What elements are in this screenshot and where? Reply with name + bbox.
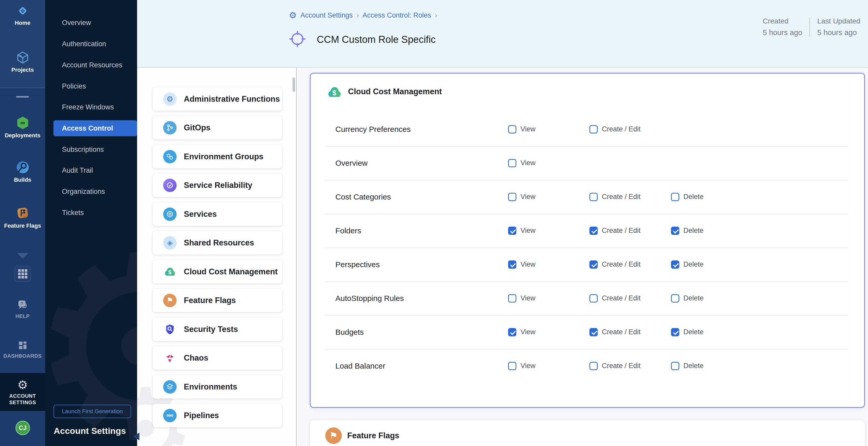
resource-category-list: ⚙ ⚙ Administrative Functions GitOps Envi… <box>137 68 297 446</box>
checkbox-view[interactable]: View <box>508 125 535 133</box>
sidebar-item-tickets[interactable]: Tickets <box>54 205 137 221</box>
checkbox-create-edit[interactable]: Create / Edit <box>589 294 641 302</box>
category-shared-resources[interactable]: ◈ Shared Resources <box>153 231 282 254</box>
checkbox-create-edit[interactable]: Create / Edit <box>589 125 641 133</box>
checkbox-delete[interactable]: Delete <box>671 193 704 201</box>
checkbox[interactable] <box>508 260 516 269</box>
checkbox-delete[interactable]: Delete <box>671 294 704 302</box>
rail-item-deployments[interactable]: ∞ Deployments <box>0 116 45 139</box>
category-administrative-functions[interactable]: ⚙ Administrative Functions <box>153 88 282 111</box>
rail-item-label: Projects <box>0 67 45 73</box>
checkbox-view[interactable]: View <box>508 328 535 336</box>
checkbox-view[interactable]: View <box>508 260 535 269</box>
category-cloud-cost-management[interactable]: $ Cloud Cost Management <box>153 260 282 283</box>
rail-item-label: Deployments <box>0 132 45 139</box>
row-label: Folders <box>335 226 361 235</box>
checkbox[interactable] <box>671 362 679 370</box>
scrollbar-thumb[interactable] <box>292 77 295 92</box>
services-icon <box>163 208 177 221</box>
section-title: Feature Flags <box>347 431 399 440</box>
category-gitops[interactable]: GitOps <box>153 116 282 139</box>
category-label: Environment Groups <box>184 152 264 161</box>
rail-item-account-settings[interactable]: ⚙ ACCOUNT SETTINGS <box>0 379 45 406</box>
checkbox-create-edit[interactable]: Create / Edit <box>589 362 641 370</box>
category-pipelines[interactable]: Pipelines <box>153 404 282 427</box>
sidebar-item-access-control[interactable]: Access Control <box>54 120 137 136</box>
checkbox[interactable] <box>508 294 516 302</box>
checkbox-create-edit[interactable]: Create / Edit <box>589 260 641 269</box>
module-selector-button[interactable] <box>14 266 31 282</box>
rail-item-home[interactable]: Home <box>0 4 45 26</box>
sidebar-item-audit-trail[interactable]: Audit Trail <box>54 162 137 178</box>
sidebar-item-subscriptions[interactable]: Subscriptions <box>54 141 137 157</box>
sidebar-item-account-resources[interactable]: Account Resources <box>54 57 137 73</box>
checkbox-view[interactable]: View <box>508 159 535 167</box>
rail-item-profile[interactable]: CJ <box>0 421 45 435</box>
checkbox-view[interactable]: View <box>508 193 535 201</box>
breadcrumb-access-control-roles[interactable]: Access Control: Roles <box>363 11 431 19</box>
checkbox-delete[interactable]: Delete <box>671 227 704 235</box>
checkbox[interactable] <box>508 227 516 235</box>
sidebar-item-overview[interactable]: Overview <box>54 15 137 31</box>
sidebar-item-freeze-windows[interactable]: Freeze Windows <box>54 99 137 115</box>
checkbox[interactable] <box>508 125 516 133</box>
checkbox-create-edit[interactable]: Create / Edit <box>589 328 641 336</box>
last-updated-label: Last Updated <box>817 17 860 25</box>
checkbox[interactable] <box>589 260 598 269</box>
category-label: Pipelines <box>184 411 219 420</box>
checkbox[interactable] <box>508 362 516 370</box>
launch-first-generation-button[interactable]: Launch First Generation <box>54 405 131 418</box>
service-reliability-icon <box>163 179 177 192</box>
checkbox[interactable] <box>589 294 598 302</box>
rail-item-builds[interactable]: Builds <box>0 160 45 183</box>
checkbox[interactable] <box>508 159 516 167</box>
category-service-reliability[interactable]: Service Reliability <box>153 174 282 197</box>
checkbox[interactable] <box>589 362 598 370</box>
rail-item-dashboards[interactable]: DASHBOARDS <box>0 340 45 359</box>
sidebar-item-authentication[interactable]: Authentication <box>54 36 137 52</box>
checkbox-view[interactable]: View <box>508 227 535 235</box>
checkbox[interactable] <box>589 328 598 336</box>
checkbox[interactable] <box>671 328 679 336</box>
rail-item-help[interactable]: ? HELP <box>0 299 45 319</box>
category-label: Feature Flags <box>184 296 236 305</box>
category-services[interactable]: Services <box>153 202 282 226</box>
admin-gear-icon: ⚙ <box>163 92 177 106</box>
avatar[interactable]: CJ <box>16 421 30 435</box>
modules-chevron-down-icon[interactable] <box>17 253 28 259</box>
checkbox-delete[interactable]: Delete <box>671 260 704 269</box>
row-label: Currency Preferences <box>335 125 411 134</box>
category-environment-groups[interactable]: Environment Groups <box>153 145 282 168</box>
checkbox[interactable] <box>508 328 516 336</box>
checkbox-create-edit[interactable]: Create / Edit <box>589 193 641 201</box>
checkbox-view[interactable]: View <box>508 362 535 370</box>
checkbox-delete[interactable]: Delete <box>671 362 704 370</box>
breadcrumb-gear-icon: ⚙ <box>289 11 297 20</box>
checkbox[interactable] <box>671 227 679 235</box>
category-security-tests[interactable]: Security Tests <box>153 318 282 341</box>
breadcrumb-account-settings[interactable]: Account Settings <box>300 11 353 19</box>
checkbox[interactable] <box>671 193 679 201</box>
checkbox-view[interactable]: View <box>508 294 535 302</box>
rail-item-projects[interactable]: Projects <box>0 51 45 73</box>
row-label: Budgets <box>335 328 364 337</box>
checkbox[interactable] <box>589 125 598 133</box>
checkbox[interactable] <box>589 193 598 201</box>
category-feature-flags[interactable]: ⚑ Feature Flags <box>153 289 282 312</box>
checkbox-create-edit[interactable]: Create / Edit <box>589 227 641 235</box>
sidebar-item-policies[interactable]: Policies <box>54 78 137 94</box>
row-label: Cost Categories <box>335 193 391 201</box>
sidebar-collapse-icon[interactable] <box>133 433 140 440</box>
rail-item-feature-flags[interactable]: Feature Flags <box>0 205 45 229</box>
checkbox[interactable] <box>671 294 679 302</box>
module-rail: Home Projects ∞ Deployments Builds Featu… <box>0 0 45 446</box>
sidebar-item-organizations[interactable]: Organizations <box>54 184 137 199</box>
category-environments[interactable]: Environments <box>153 375 282 399</box>
category-chaos[interactable]: Chaos <box>153 346 282 370</box>
checkbox[interactable] <box>671 260 679 269</box>
last-updated-value: 5 hours ago <box>817 28 860 37</box>
checkbox[interactable] <box>589 227 598 235</box>
dashboards-icon <box>0 340 45 351</box>
checkbox-delete[interactable]: Delete <box>671 328 704 336</box>
checkbox[interactable] <box>508 193 516 201</box>
